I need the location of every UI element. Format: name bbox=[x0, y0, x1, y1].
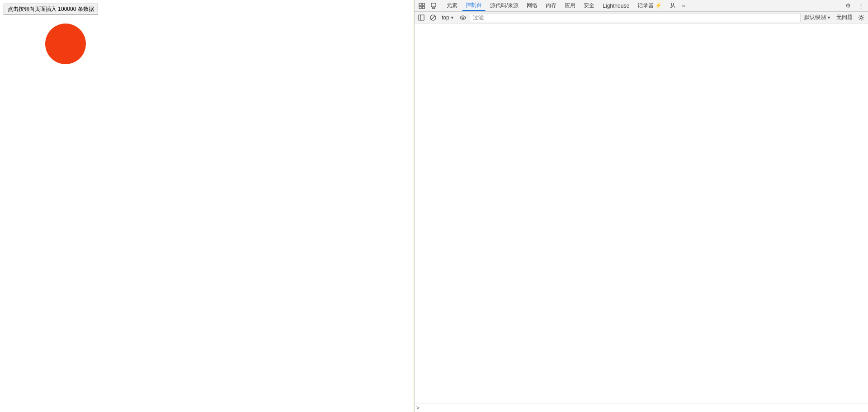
tab-recorder[interactable]: 记录器 ⚡ bbox=[634, 1, 665, 11]
svg-point-12 bbox=[462, 17, 464, 19]
no-issues-label: 无问题 bbox=[835, 13, 854, 22]
tab-sources[interactable]: 源代码/来源 bbox=[486, 1, 522, 11]
svg-point-11 bbox=[460, 16, 466, 19]
clear-console-button[interactable] bbox=[428, 13, 438, 22]
console-prompt-symbol: > bbox=[416, 405, 420, 411]
console-output: > bbox=[415, 24, 868, 412]
tab-network[interactable]: 网络 bbox=[523, 1, 541, 11]
device-toolbar-button[interactable] bbox=[428, 1, 439, 11]
console-eye-button[interactable] bbox=[458, 13, 468, 22]
svg-rect-1 bbox=[422, 3, 425, 5]
tab-elements[interactable]: 元素 bbox=[443, 1, 461, 11]
level-dropdown-arrow-icon: ▼ bbox=[827, 15, 831, 20]
devtools-toolbar-right: ⚙ ⋮ bbox=[843, 1, 866, 11]
webpage-panel: 点击按钮向页面插入 100000 条数据 bbox=[0, 0, 414, 412]
svg-rect-0 bbox=[419, 3, 421, 5]
console-prompt-row: > bbox=[415, 403, 868, 412]
tab-application[interactable]: 应用 bbox=[561, 1, 579, 11]
panel-separator bbox=[414, 0, 414, 412]
svg-rect-2 bbox=[419, 6, 421, 9]
devtools-tabbar: 元素 控制台 源代码/来源 网络 内存 应用 安全 Lighthouse 记录器… bbox=[415, 0, 868, 12]
svg-rect-7 bbox=[419, 15, 424, 20]
svg-line-10 bbox=[431, 15, 435, 19]
console-filter-input[interactable] bbox=[470, 13, 801, 22]
console-context-dropdown[interactable]: top ▼ bbox=[440, 13, 456, 22]
tab-memory[interactable]: 内存 bbox=[542, 1, 560, 11]
devtools-panel: 元素 控制台 源代码/来源 网络 内存 应用 安全 Lighthouse 记录器… bbox=[414, 0, 868, 412]
dropdown-arrow-icon: ▼ bbox=[450, 15, 454, 20]
svg-rect-3 bbox=[422, 6, 425, 9]
console-level-dropdown[interactable]: 默认级别 ▼ bbox=[802, 13, 833, 22]
tab-security[interactable]: 安全 bbox=[580, 1, 598, 11]
tab-performance[interactable]: 从 bbox=[666, 1, 679, 11]
tab-console[interactable]: 控制台 bbox=[462, 1, 486, 11]
svg-rect-4 bbox=[431, 3, 436, 7]
tab-divider-1 bbox=[441, 2, 441, 9]
red-circle-decoration bbox=[45, 24, 86, 64]
insert-data-button[interactable]: 点击按钮向页面插入 100000 条数据 bbox=[4, 4, 98, 15]
devtools-settings-button[interactable]: ⚙ bbox=[843, 1, 854, 11]
svg-point-13 bbox=[860, 16, 863, 19]
console-sidebar-button[interactable] bbox=[416, 13, 426, 22]
devtools-more-button[interactable]: ⋮ bbox=[855, 1, 866, 11]
console-settings-button[interactable] bbox=[856, 13, 866, 22]
console-toolbar: top ▼ 默认级别 ▼ 无问题 bbox=[415, 12, 868, 24]
inspect-element-button[interactable] bbox=[416, 1, 427, 11]
more-tabs-button[interactable]: » bbox=[680, 3, 687, 9]
tab-lighthouse[interactable]: Lighthouse bbox=[599, 1, 633, 11]
